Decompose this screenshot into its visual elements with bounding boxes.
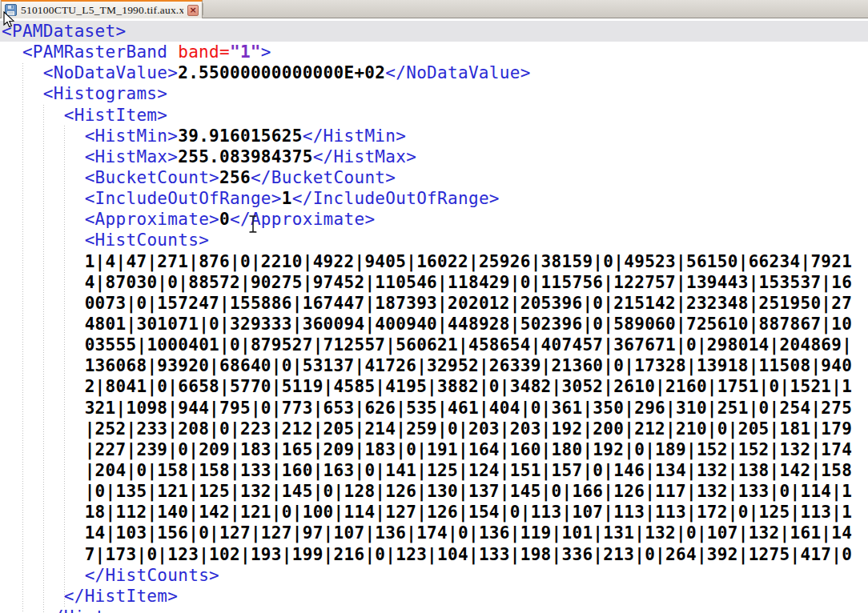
code-line: 14|103|156|0|127|127|97|107|136|174|0|13… [0,523,868,543]
xml-attribute-value: "1" [230,42,261,62]
xml-content-value: 4801|301071|0|329333|360094|400940|44892… [85,315,853,334]
code-line: <PAMDataset> [0,21,868,42]
xml-content-value: 0073|0|157247|155886|167447|187393|20201… [85,294,853,313]
code-line: 1|4|47|271|876|0|2210|4922|9405|16022|25… [0,251,868,272]
xml-content-value: |204|0|158|158|133|160|163|0|141|125|124… [85,461,853,480]
xml-content-value: 255.083984375 [178,147,312,166]
xml-content-value: 136068|93920|68640|0|53137|41726|32952|2… [85,356,853,375]
code-line: <BucketCount>256</BucketCount> [0,167,868,188]
code-line: 03555|1000401|0|879527|712557|560621|458… [0,335,868,355]
code-line: |252|233|208|0|223|212|205|214|259|0|203… [0,419,868,439]
xml-content-value: 39.916015625 [178,126,302,146]
code-line: <HistCounts> [0,230,868,250]
code-line: </HistItem> [0,586,868,607]
tab-bar: 510100CTU_L5_TM_1990.tif.aux.xml × [0,0,868,18]
code-line: |227|239|0|209|183|165|209|183|0|191|164… [0,439,868,460]
code-line: <HistMin>39.916015625</HistMin> [0,126,868,146]
xml-tag: </BucketCount> [251,168,396,187]
close-icon[interactable]: × [187,5,199,16]
code-line: |0|135|121|125|132|145|0|128|126|130|137… [0,481,868,502]
xml-attribute: band [178,42,219,62]
code-line: 2|8041|0|6658|5770|5119|4585|4195|3882|0… [0,376,868,397]
xml-tag: <HistMin> [85,126,179,146]
xml-content-value: 0 [219,210,230,229]
xml-content-value: 2|8041|0|6658|5770|5119|4585|4195|3882|0… [85,377,853,396]
xml-tag: </Approximate> [230,210,375,229]
xml-content-value: 4|87030|0|88572|90275|97452|110546|11842… [85,273,853,292]
xml-content-value: 1 [282,189,292,208]
code-line: 4801|301071|0|329333|360094|400940|44892… [0,314,868,335]
xml-tag: <HistCounts> [85,230,209,250]
code-line: 4|87030|0|88572|90275|97452|110546|11842… [0,272,868,293]
code-line: <IncludeOutOfRange>1</IncludeOutOfRange> [0,188,868,209]
xml-editor-pane[interactable]: <PAMDataset><PAMRasterBand band="1"><NoD… [0,18,868,613]
xml-content-value: 321|1098|944|795|0|773|653|626|535|461|4… [85,399,853,418]
xml-content-value: 256 [219,168,251,187]
code-line: 18|112|140|142|121|0|100|114|127|126|154… [0,502,868,523]
xml-content-value: 7|173|0|123|102|193|199|216|0|123|104|13… [85,545,853,564]
code-line: 7|173|0|123|102|193|199|216|0|123|104|13… [0,544,868,565]
code-line: </Histograms> [0,607,868,613]
xml-tag: </HistMin> [303,126,407,146]
xml-tag: <HistMax> [85,147,179,166]
xml-tag: <Approximate> [85,210,219,229]
xml-content-value: 1|4|47|271|876|0|2210|4922|9405|16022|25… [85,252,853,271]
xml-content-value: |227|239|0|209|183|165|209|183|0|191|164… [85,440,853,459]
xml-tag: <HistItem> [64,106,168,125]
xml-tag: > [261,42,271,62]
xml-tag: </Histograms> [43,607,178,613]
xml-tag: </NoDataValue> [385,63,530,82]
xml-content-value: 14|103|156|0|127|127|97|107|136|174|0|13… [85,523,853,543]
xml-tag: <IncludeOutOfRange> [85,189,282,208]
xml-content-value: |0|135|121|125|132|145|0|128|126|130|137… [85,482,853,501]
tab-active-file[interactable]: 510100CTU_L5_TM_1990.tif.aux.xml × [1,0,203,18]
xml-content-value: 03555|1000401|0|879527|712557|560621|458… [85,335,853,355]
code-line: <HistItem> [0,105,868,126]
xml-tag: <PAMRasterBand [22,42,178,62]
code-line: <Approximate>0</Approximate> [0,209,868,230]
xml-tag: <Histograms> [43,84,167,103]
code-line: <NoDataValue>2.55000000000000E+02</NoDat… [0,62,868,83]
tab-title: 510100CTU_L5_TM_1990.tif.aux.xml [21,4,183,17]
code-line: |204|0|158|158|133|160|163|0|141|125|124… [0,460,868,481]
code-line: <Histograms> [0,83,868,104]
xml-tag: </HistCounts> [85,566,219,585]
code-line: <HistMax>255.083984375</HistMax> [0,146,868,167]
xml-content-value: 18|112|140|142|121|0|100|114|127|126|154… [85,503,853,522]
xml-tag: <BucketCount> [85,168,219,187]
code-line: 136068|93920|68640|0|53137|41726|32952|2… [0,355,868,376]
xml-tag: </HistItem> [64,587,178,606]
xml-equals: = [219,42,230,62]
code-line: </HistCounts> [0,565,868,586]
xml-tag: </IncludeOutOfRange> [292,189,500,208]
xml-tag: <NoDataValue> [43,63,178,82]
floppy-disk-icon [5,4,17,16]
xml-content-value: |252|233|208|0|223|212|205|214|259|0|203… [85,419,853,439]
xml-content-value: 2.55000000000000E+02 [178,63,385,82]
tab-separator [203,3,203,15]
code-line: 321|1098|944|795|0|773|653|626|535|461|4… [0,398,868,419]
code-line: <PAMRasterBand band="1"> [0,42,868,62]
code-line: 0073|0|157247|155886|167447|187393|20201… [0,293,868,314]
xml-tag: </HistMax> [313,147,417,166]
xml-tag: <PAMDataset> [2,22,126,41]
